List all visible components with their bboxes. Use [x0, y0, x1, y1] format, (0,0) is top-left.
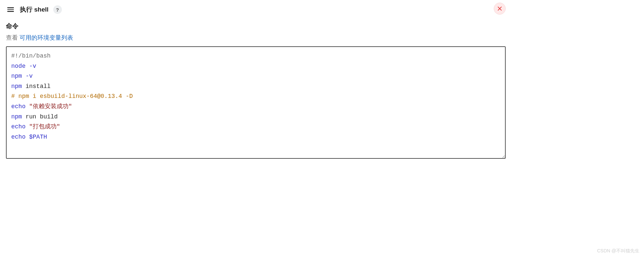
hint-prefix: 查看: [6, 34, 20, 41]
step-title: 执行 shell: [20, 5, 49, 14]
close-button[interactable]: [494, 3, 506, 15]
step-header: 执行 shell ?: [6, 3, 506, 14]
env-vars-link[interactable]: 可用的环境变量列表: [20, 34, 73, 41]
hint-text: 查看 可用的环境变量列表: [6, 34, 506, 42]
help-icon[interactable]: ?: [53, 5, 62, 14]
drag-handle-icon[interactable]: [6, 6, 15, 13]
shell-command-textarea[interactable]: #!/bin/bash node -v npm -v npm install #…: [6, 46, 506, 159]
close-icon: [497, 6, 502, 11]
command-label: 命令: [6, 22, 506, 30]
